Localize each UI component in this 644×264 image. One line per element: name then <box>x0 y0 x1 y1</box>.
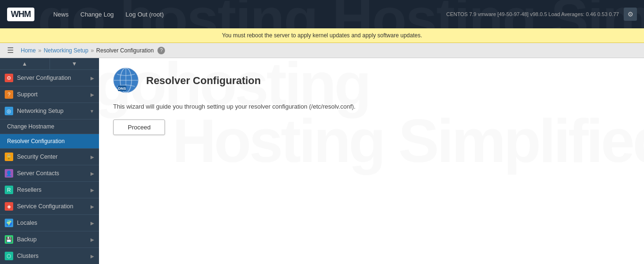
breadcrumb-home[interactable]: Home <box>21 47 36 54</box>
alert-message: You must reboot the server to apply kern… <box>222 32 422 39</box>
locales-icon: 🌍 <box>5 219 13 227</box>
security-icon: 🔒 <box>5 153 13 161</box>
breadcrumb-sep-1: » <box>38 47 41 54</box>
arrow-icon: ▶ <box>91 221 94 226</box>
sidebar-label-contacts: Server Contacts <box>17 170 59 177</box>
top-nav: News Change Log Log Out (root) <box>49 9 446 20</box>
support-icon: ? <box>5 90 13 99</box>
sidebar-item-resolver-config[interactable]: Resolver Configuration <box>0 134 99 149</box>
sidebar-item-security-center[interactable]: 🔒 Security Center ▶ <box>0 149 99 165</box>
arrow-icon: ▶ <box>91 76 94 81</box>
main-layout: ▲ ▼ ⚙ Server Configuration ▶ ? Support ▶… <box>0 58 644 264</box>
arrow-icon: ▶ <box>91 171 94 176</box>
sidebar-label-server-config: Server Configuration <box>17 75 71 81</box>
sidebar-item-support[interactable]: ? Support ▶ <box>0 86 99 103</box>
sidebar-item-locales[interactable]: 🌍 Locales ▶ <box>0 215 99 231</box>
sidebar-label-locales: Locales <box>17 220 37 226</box>
clusters-icon: ⬡ <box>5 252 13 260</box>
sidebar-item-resellers[interactable]: R Resellers ▶ <box>0 182 99 198</box>
arrow-icon: ▶ <box>91 237 94 242</box>
help-icon[interactable]: ? <box>157 47 165 54</box>
server-config-icon: ⚙ <box>5 74 13 82</box>
resellers-icon: R <box>5 186 13 194</box>
sidebar-item-server-config[interactable]: ⚙ Server Configuration ▶ <box>0 70 99 86</box>
network-icon: ◎ <box>5 107 13 115</box>
top-bar: go hosting Hosting Simplified go WHM New… <box>0 0 644 28</box>
content-area: gohosting Hosting Simplified DNS Resolve… <box>99 58 644 264</box>
bg-watermark-2: Hosting Simplified <box>172 105 644 176</box>
logo-text: WHM <box>11 9 31 19</box>
alert-bar: You must reboot the server to apply kern… <box>0 28 644 43</box>
sidebar-label-clusters: Clusters <box>17 253 39 259</box>
contacts-icon: 👤 <box>5 169 13 178</box>
dns-page-icon: DNS <box>113 68 139 94</box>
sidebar-label-resellers: Resellers <box>17 187 41 193</box>
sidebar-label-networking: Networking Setup <box>17 108 64 114</box>
sidebar: ▲ ▼ ⚙ Server Configuration ▶ ? Support ▶… <box>0 58 99 264</box>
sidebar-item-backup[interactable]: 💾 Backup ▶ <box>0 231 99 248</box>
svg-text:DNS: DNS <box>118 86 127 91</box>
sidebar-label-backup: Backup <box>17 236 37 243</box>
sidebar-label-resolver-config: Resolver Configuration <box>7 138 65 145</box>
nav-logout[interactable]: Log Out (root) <box>121 9 168 20</box>
page-title: Resolver Configuration <box>146 75 261 87</box>
sidebar-label-support: Support <box>17 91 38 98</box>
page-description: This wizard will guide you through setti… <box>113 103 630 110</box>
proceed-button[interactable]: Proceed <box>113 119 165 135</box>
breadcrumb-parent[interactable]: Networking Setup <box>44 47 89 54</box>
scroll-up-button[interactable]: ▲ <box>0 58 50 70</box>
sidebar-item-server-contacts[interactable]: 👤 Server Contacts ▶ <box>0 165 99 182</box>
breadcrumb-bar: ☰ Home » Networking Setup » Resolver Con… <box>0 43 644 58</box>
system-info: CENTOS 7.9 vmware [49-50-97-48] v98.0.5 … <box>446 8 637 21</box>
arrow-icon: ▶ <box>91 254 94 259</box>
breadcrumb-current: Resolver Configuration <box>96 47 154 54</box>
logo: WHM <box>7 8 34 21</box>
scroll-down-button[interactable]: ▼ <box>50 58 99 70</box>
page-header: DNS Resolver Configuration <box>113 68 630 94</box>
arrow-icon: ▶ <box>91 187 94 193</box>
service-icon: ◈ <box>5 202 13 211</box>
sidebar-item-networking[interactable]: ◎ Networking Setup ▼ <box>0 103 99 119</box>
menu-toggle-icon[interactable]: ☰ <box>7 46 14 55</box>
sidebar-item-change-hostname[interactable]: Change Hostname <box>0 119 99 134</box>
arrow-icon: ▶ <box>91 204 94 209</box>
arrow-icon: ▶ <box>91 92 94 97</box>
breadcrumb-sep-2: » <box>91 47 94 54</box>
nav-news[interactable]: News <box>49 9 74 20</box>
sidebar-label-security: Security Center <box>17 153 58 160</box>
sidebar-label-change-hostname: Change Hostname <box>7 123 54 130</box>
settings-button[interactable]: ⚙ <box>624 8 637 21</box>
sidebar-scroll-controls: ▲ ▼ <box>0 58 99 70</box>
backup-icon: 💾 <box>5 235 13 244</box>
arrow-icon: ▶ <box>91 154 94 160</box>
nav-changelog[interactable]: Change Log <box>76 9 119 20</box>
sidebar-item-service-config[interactable]: ◈ Service Configuration ▶ <box>0 198 99 215</box>
sidebar-item-clusters[interactable]: ⬡ Clusters ▶ <box>0 248 99 264</box>
sidebar-label-service: Service Configuration <box>17 203 74 210</box>
system-info-text: CENTOS 7.9 vmware [49-50-97-48] v98.0.5 … <box>446 11 619 17</box>
arrow-icon: ▼ <box>90 109 94 114</box>
